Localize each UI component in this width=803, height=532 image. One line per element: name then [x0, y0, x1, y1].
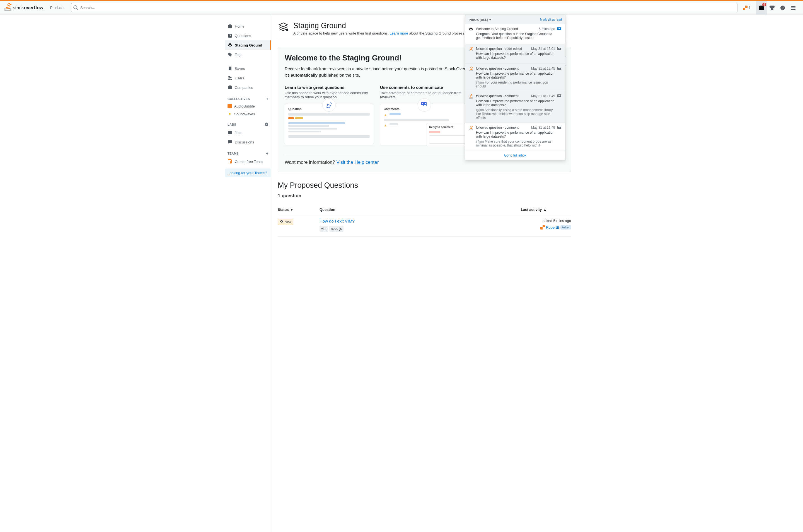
sidebar-item-label: Tags: [235, 53, 242, 57]
sidebar-item-create-team[interactable]: Create free Team: [225, 157, 271, 166]
inbox-footer: Go to full inbox: [466, 150, 565, 160]
sidebar-item-label: Staging Ground: [235, 43, 262, 48]
main-content: Staging Ground A private space to help n…: [271, 15, 578, 532]
welcome-col-2: Use comments to communicate Take advanta…: [380, 85, 469, 146]
header: stackoverflow Products 1 6: [0, 1, 803, 15]
tag[interactable]: vim: [320, 226, 328, 232]
user-avatar-icon: [540, 225, 545, 229]
caret-down-icon: ▾: [489, 18, 491, 21]
help-button[interactable]: [777, 1, 788, 15]
inbox-item-icon: [469, 27, 474, 41]
help-center-link[interactable]: Visit the Help center: [336, 159, 379, 165]
tag[interactable]: node-js: [329, 226, 344, 232]
inbox-item[interactable]: followed question - code editedMay 31 at…: [466, 44, 565, 64]
caret-up-icon: ▴: [544, 208, 546, 212]
sidebar-item-tags[interactable]: Tags: [225, 50, 271, 59]
collective-audiobubble[interactable]: AudioBubble: [225, 102, 271, 110]
sidebar-item-label: Saves: [235, 66, 245, 71]
looking-for-teams-link[interactable]: Looking for your Teams?: [225, 169, 271, 177]
stackoverflow-icon: [4, 3, 12, 13]
search-bar: [71, 3, 737, 12]
mail-icon[interactable]: [558, 126, 562, 147]
staging-icon: [227, 43, 233, 48]
inbox-item-time: May 31 at 15:01: [531, 47, 555, 51]
info-icon[interactable]: i: [264, 122, 269, 127]
sidebar-item-users[interactable]: Users: [225, 73, 271, 83]
inbox-item[interactable]: followed question - commentMay 31 at 11:…: [466, 123, 565, 150]
sidebar-item-saves[interactable]: Saves: [225, 64, 271, 73]
bookmark-icon: [227, 66, 233, 71]
col-text: Take advantage of comments to get guidan…: [380, 91, 469, 99]
inbox-item[interactable]: Welcome to Staging Ground5 mins agoCongr…: [466, 24, 565, 44]
mail-icon[interactable]: [558, 66, 562, 88]
inbox-item-time: 5 mins ago: [539, 27, 555, 31]
inbox-item-type: followed question - code edited: [476, 47, 522, 51]
inbox-header-title[interactable]: INBOX (ALL) ▾: [469, 18, 491, 21]
inbox-item-time: May 31 at 12:45: [531, 66, 555, 71]
mail-icon[interactable]: [558, 47, 562, 61]
logo-text: stackoverflow: [13, 5, 43, 11]
col-activity-header[interactable]: Last activity ▴: [521, 208, 571, 212]
mail-icon[interactable]: [558, 27, 562, 41]
go-to-inbox-link[interactable]: Go to full inbox: [504, 153, 526, 157]
collective-icon: [227, 112, 232, 116]
status-badge: New: [278, 218, 293, 225]
search-input[interactable]: [71, 3, 737, 12]
proposed-questions-title: My Proposed Questions: [278, 181, 571, 190]
inbox-item[interactable]: followed question - commentMay 31 at 12:…: [466, 64, 565, 91]
inbox-item-type: Welcome to Staging Ground: [476, 27, 518, 31]
sidebar-item-jobs[interactable]: Jobs: [225, 128, 271, 137]
inbox-item-comment: @jon For your rendering performance issu…: [476, 80, 555, 88]
sidebar-item-label: Jobs: [235, 131, 242, 135]
inbox-item[interactable]: followed question - commentMay 31 at 11:…: [466, 91, 565, 123]
chat-icon: [227, 139, 233, 145]
question-title-link[interactable]: How do I exit VIM?: [320, 218, 355, 223]
user-avatar-icon: [743, 5, 748, 10]
illustration-comments: Comments ▲ ▲ Reply to comment: [380, 103, 469, 146]
sidebar-item-staging-ground[interactable]: Staging Ground: [225, 40, 271, 50]
logo[interactable]: stackoverflow: [4, 3, 43, 13]
learn-more-link[interactable]: Learn more: [389, 31, 408, 35]
inbox-popup: INBOX (ALL) ▾ Mark all as read Welcome t…: [465, 15, 565, 160]
home-icon: [227, 24, 233, 29]
inbox-item-comment: @jon Additionally, using a state managem…: [476, 108, 555, 120]
svg-point-5: [230, 161, 232, 164]
inbox-item-title: How can I improve the performance of an …: [476, 52, 555, 60]
col-status-header[interactable]: Status ▾: [278, 208, 320, 212]
col-text: Use this space to work with experienced …: [285, 91, 373, 99]
achievements-button[interactable]: [767, 1, 777, 15]
reputation[interactable]: 1: [741, 5, 753, 10]
inbox-item-time: May 31 at 11:49: [531, 94, 555, 98]
sidebar-item-questions[interactable]: ? Questions: [225, 31, 271, 40]
col-title: Use comments to communicate: [380, 85, 469, 90]
menu-button[interactable]: [788, 1, 799, 15]
sidebar-item-discussions[interactable]: Discussions: [225, 137, 271, 147]
welcome-col-1: Learn to write great questions Use this …: [285, 85, 373, 146]
plus-icon[interactable]: +: [266, 151, 269, 156]
user-link[interactable]: RobertB: [546, 225, 559, 229]
inbox-button[interactable]: 6: [756, 1, 767, 15]
mark-all-read-link[interactable]: Mark all as read: [540, 18, 562, 21]
inbox-badge: 6: [762, 3, 766, 6]
teams-header: TEAMS +: [225, 147, 271, 157]
mail-icon[interactable]: [558, 94, 562, 120]
products-link[interactable]: Products: [47, 4, 68, 12]
question-row: New How do I exit VIM? vim node-js asked…: [278, 214, 571, 236]
inbox-item-title: Congrats! Your question is in the Stagin…: [476, 32, 555, 40]
col-title: Learn to write great questions: [285, 85, 373, 90]
inbox-header: INBOX (ALL) ▾ Mark all as read: [466, 15, 565, 24]
collective-label: AudioBubble: [234, 104, 255, 108]
tag-icon: [227, 52, 233, 57]
sidebar-item-label: Create free Team: [235, 159, 263, 164]
collective-label: Soundwaves: [234, 112, 255, 116]
collective-soundwaves[interactable]: Soundwaves: [225, 110, 271, 118]
plus-icon[interactable]: +: [266, 97, 269, 101]
sidebar-item-companies[interactable]: Companies: [225, 83, 271, 92]
inbox-item-title: How can I improve the performance of an …: [476, 99, 555, 107]
inbox-item-icon: [469, 47, 474, 61]
users-icon: [227, 75, 233, 80]
header-icons: 6: [756, 1, 799, 15]
inbox-item-icon: [469, 66, 474, 88]
sidebar-item-label: Users: [235, 76, 244, 80]
sidebar-item-home[interactable]: Home: [225, 21, 271, 31]
